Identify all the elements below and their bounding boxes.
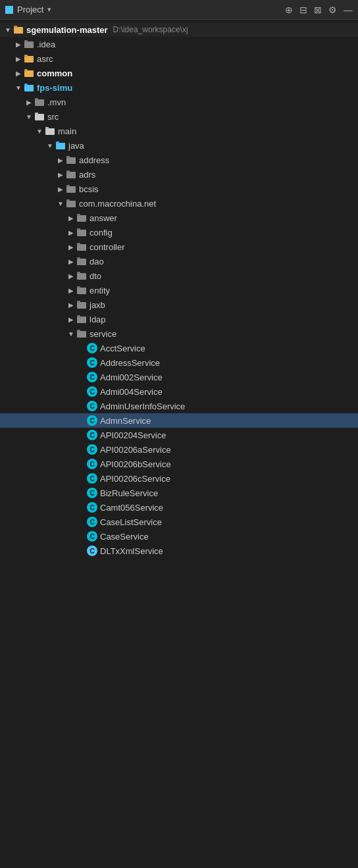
jaxb-arrow: [66, 299, 76, 310]
tree-item-API00206bService[interactable]: C API00206bService: [0, 457, 358, 471]
svg-rect-15: [45, 128, 55, 135]
main-arrow: [34, 126, 45, 136]
expand-icon[interactable]: ⊠: [314, 5, 322, 15]
jaxb-label: jaxb: [90, 300, 105, 310]
tree-item-adrs[interactable]: adrs: [0, 167, 358, 182]
settings-icon[interactable]: ⚙: [328, 5, 337, 15]
tree-item-DLTxXmlService[interactable]: C DLTxXmlService: [0, 544, 358, 558]
API00206cService-label: API00206cService: [100, 474, 170, 484]
dto-label: dto: [90, 271, 101, 281]
tree-item-java[interactable]: java: [0, 138, 358, 153]
svg-rect-7: [24, 70, 34, 77]
add-icon[interactable]: ⊕: [285, 5, 293, 15]
svg-rect-32: [77, 243, 80, 245]
API00206aService-class-icon: C: [87, 444, 97, 455]
tree-item-AdmnService[interactable]: C AdmnService: [0, 413, 358, 428]
controller-folder-icon: [76, 242, 87, 252]
svg-rect-21: [66, 172, 76, 178]
API00206cService-class-icon: C: [87, 473, 97, 484]
java-folder-icon: [55, 140, 66, 151]
AdmnService-label: AdmnService: [100, 416, 151, 426]
tree-item-src[interactable]: src: [0, 109, 358, 124]
tree-item-com-macrochina[interactable]: com.macrochina.net: [0, 196, 358, 211]
svg-rect-17: [56, 143, 65, 149]
tree-item-AddressService[interactable]: C AddressService: [0, 355, 358, 370]
ldap-arrow: [66, 314, 76, 324]
tree-item-config[interactable]: config: [0, 225, 358, 240]
svg-rect-16: [45, 127, 49, 129]
tree-item-main[interactable]: main: [0, 124, 358, 138]
idea-arrow: [13, 39, 24, 49]
title-bar-actions: ⊕ ⊟ ⊠ ⚙ —: [285, 5, 353, 15]
svg-rect-25: [66, 201, 76, 207]
tree-item-entity[interactable]: entity: [0, 283, 358, 297]
root-path: D:\idea_workspace\xj: [113, 25, 188, 34]
svg-rect-6: [24, 55, 28, 57]
svg-rect-29: [77, 230, 86, 236]
window-icon: [5, 6, 13, 14]
title-text: Project: [17, 5, 43, 14]
bcsis-label: bcsis: [79, 184, 99, 194]
AcctService-label: AcctService: [100, 344, 145, 353]
root-folder-icon: [13, 24, 24, 35]
svg-rect-8: [24, 69, 28, 71]
tree-item-idea[interactable]: .idea: [0, 37, 358, 51]
DLTxXmlService-label: DLTxXmlService: [100, 546, 163, 556]
tree-item-ldap[interactable]: ldap: [0, 312, 358, 326]
entity-folder-icon: [76, 285, 87, 295]
adrs-label: adrs: [79, 170, 95, 180]
svg-rect-24: [66, 185, 70, 187]
tree-item-jaxb[interactable]: jaxb: [0, 297, 358, 312]
tree-item-Admi004Service[interactable]: C Admi004Service: [0, 384, 358, 399]
tree-item-API00206aService[interactable]: C API00206aService: [0, 442, 358, 457]
svg-rect-43: [77, 331, 86, 338]
tree-item-bcsis[interactable]: bcsis: [0, 182, 358, 196]
tree-item-controller[interactable]: controller: [0, 240, 358, 254]
tree-item-AcctService[interactable]: C AcctService: [0, 341, 358, 355]
API00206bService-class-icon: C: [87, 459, 97, 469]
svg-rect-36: [77, 272, 80, 274]
tree-item-common[interactable]: common: [0, 66, 358, 80]
address-label: address: [79, 155, 109, 165]
tree-item-Camt056Service[interactable]: C Camt056Service: [0, 500, 358, 515]
java-label: java: [68, 141, 84, 151]
tree-item-API00204Service[interactable]: C API00204Service: [0, 428, 358, 442]
tree-item-answer[interactable]: answer: [0, 211, 358, 225]
tree-item-address[interactable]: address: [0, 153, 358, 167]
DLTxXmlService-class-icon: C: [87, 546, 97, 556]
svg-rect-44: [77, 330, 80, 332]
tree-item-asrc[interactable]: asrc: [0, 51, 358, 66]
tree-item-mvn[interactable]: .mvn: [0, 95, 358, 109]
idea-folder-icon: [24, 39, 34, 49]
tree-item-CaseListService[interactable]: C CaseListService: [0, 515, 358, 529]
tree-item-dao[interactable]: dao: [0, 254, 358, 268]
AdmnService-class-icon: C: [87, 415, 97, 426]
svg-rect-38: [77, 286, 80, 288]
tree-item-service[interactable]: service: [0, 326, 358, 341]
minimize-icon[interactable]: —: [344, 5, 353, 15]
tree-item-Admi002Service[interactable]: C Admi002Service: [0, 370, 358, 384]
CaseService-class-icon: C: [87, 531, 97, 542]
adrs-arrow: [55, 169, 66, 180]
dao-folder-icon: [76, 256, 87, 267]
API00204Service-class-icon: C: [87, 430, 97, 440]
svg-rect-23: [66, 186, 76, 193]
address-folder-icon: [66, 155, 76, 165]
service-label: service: [90, 329, 116, 339]
config-folder-icon: [76, 227, 87, 238]
collapse-icon[interactable]: ⊟: [299, 5, 307, 15]
asrc-folder-icon: [24, 53, 34, 64]
chevron-icon[interactable]: ▾: [47, 5, 51, 14]
asrc-arrow: [13, 53, 24, 64]
tree-item-AdminUserInfoService[interactable]: C AdminUserInfoService: [0, 399, 358, 413]
tree-item-CaseService[interactable]: C CaseService: [0, 529, 358, 544]
ldap-label: ldap: [90, 315, 106, 324]
svg-rect-37: [77, 288, 86, 294]
tree-item-API00206cService[interactable]: C API00206cService: [0, 471, 358, 486]
tree-item-dto[interactable]: dto: [0, 268, 358, 283]
tree-item-BizRuleService[interactable]: C BizRuleService: [0, 486, 358, 500]
svg-rect-27: [77, 215, 86, 222]
tree-item-fps-simu[interactable]: fps-simu: [0, 80, 358, 95]
tree-root[interactable]: sgemulation-master D:\idea_workspace\xj: [0, 22, 358, 37]
CaseService-label: CaseService: [100, 532, 149, 542]
